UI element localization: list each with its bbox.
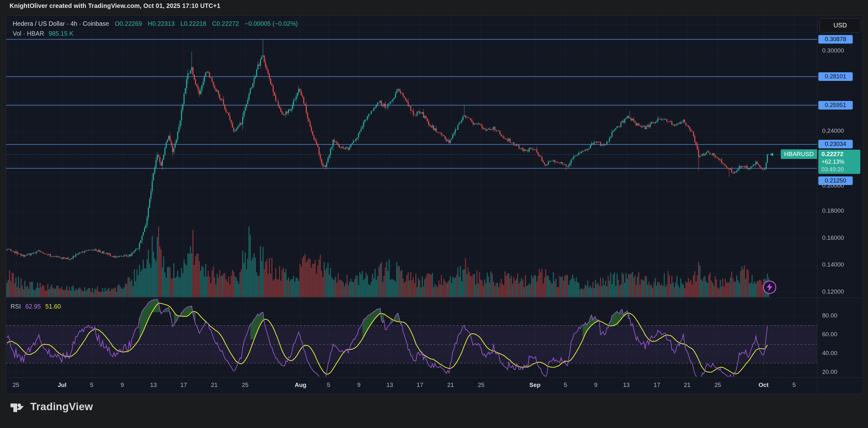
time-axis-label: 5 — [319, 381, 338, 389]
tradingview-logo[interactable]: TradingView — [10, 401, 93, 413]
rsi-legend: RSI 62.95 51.60 — [10, 303, 61, 310]
price-axis-label: 0.12000 — [822, 288, 860, 295]
tradingview-logo-icon — [10, 401, 26, 412]
time-axis-label: 25 — [6, 381, 26, 389]
time-axis-label: 17 — [647, 381, 666, 389]
time-axis-label: 25 — [472, 381, 491, 389]
price-axis-label: 0.30000 — [822, 47, 860, 54]
time-axis-label: 9 — [349, 381, 368, 389]
price-level-label: 0.25951 — [818, 101, 853, 110]
time-axis-label: 5 — [784, 381, 804, 389]
time-axis-label: Sep — [525, 381, 545, 389]
ohlc-open: O0.22269 — [115, 20, 142, 27]
bar-countdown: 03:49:20 — [822, 165, 860, 173]
rsi-ma-value: 51.60 — [45, 303, 61, 310]
volume-label: Vol · HBAR — [13, 30, 44, 37]
symbol-legend: Hedera / US Dollar · 4h · Coinbase O0.22… — [13, 20, 298, 27]
rsi-value: 62.95 — [26, 303, 41, 310]
session-change-pct: +62.13% — [822, 158, 860, 165]
lightning-icon — [767, 283, 773, 292]
time-axis-label: Jul — [53, 381, 72, 389]
symbol-price-tag: HBARUSD — [781, 149, 817, 159]
time-axis-label: 13 — [380, 381, 399, 389]
price-axis-label: 0.16000 — [822, 234, 860, 241]
time-axis-label: Oct — [754, 381, 773, 389]
rsi-axis-label: 60.00 — [822, 331, 860, 338]
time-axis-label: 17 — [410, 381, 430, 389]
attribution-text: KnightOliver created with TradingView.co… — [9, 2, 220, 9]
time-axis-label: Aug — [291, 381, 310, 389]
volume-legend: Vol · HBAR 985.15 K — [13, 30, 73, 37]
tradingview-logo-text: TradingView — [30, 401, 93, 413]
price-level-label: 0.23034 — [818, 140, 853, 148]
time-axis-label: 21 — [441, 381, 460, 389]
time-axis-label: 21 — [678, 381, 697, 389]
rsi-label: RSI — [10, 303, 21, 310]
time-axis-label: 21 — [205, 381, 224, 389]
time-axis-label: 25 — [708, 381, 727, 389]
price-level-label: 0.21250 — [818, 176, 853, 185]
rsi-axis-label: 40.00 — [822, 350, 860, 357]
time-axis-label: 5 — [82, 381, 101, 389]
price-scale[interactable] — [817, 15, 863, 377]
price-level-label: 0.28101 — [818, 72, 853, 81]
time-axis-label: 5 — [556, 381, 575, 389]
price-axis-label: 0.24000 — [822, 127, 860, 134]
time-axis-label: 13 — [144, 381, 163, 389]
rsi-axis-label: 80.00 — [822, 312, 860, 319]
time-axis-label: 9 — [586, 381, 605, 389]
tradingview-snapshot: KnightOliver created with TradingView.co… — [0, 0, 868, 428]
volume-value: 985.15 K — [49, 30, 73, 37]
price-change: −0.00005 (−0.02%) — [245, 20, 298, 27]
time-axis-label: 25 — [236, 381, 255, 389]
price-axis-label: 0.18000 — [822, 207, 860, 214]
time-axis-label: 13 — [617, 381, 636, 389]
price-level-label: 0.30878 — [818, 35, 853, 43]
ohlc-low: L0.22218 — [181, 20, 206, 27]
last-price: 0.22272 — [822, 150, 860, 158]
time-axis-label: 9 — [113, 381, 132, 389]
ohlc-high: H0.22313 — [148, 20, 175, 27]
price-chart-canvas[interactable] — [0, 0, 868, 428]
boost-button[interactable] — [763, 280, 776, 294]
symbol-title: Hedera / US Dollar · 4h · Coinbase — [13, 20, 109, 27]
price-axis-label: 0.14000 — [822, 261, 860, 268]
last-price-box: 0.22272 +62.13% 03:49:20 — [818, 150, 860, 174]
rsi-axis-label: 20.00 — [822, 368, 860, 375]
time-axis-label: 17 — [174, 381, 193, 389]
ohlc-close: C0.22272 — [212, 20, 239, 27]
